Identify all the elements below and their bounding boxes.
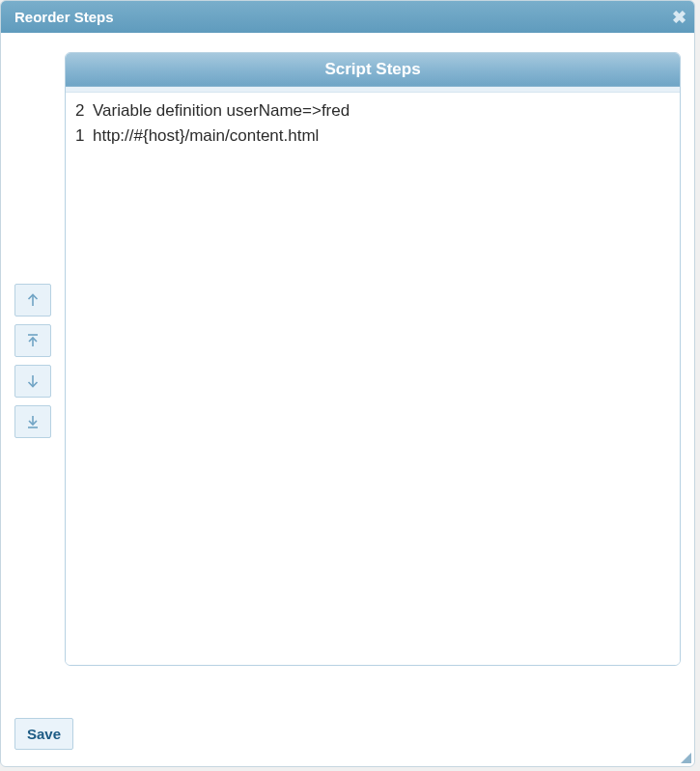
arrow-to-top-icon [26, 333, 40, 348]
dialog-title: Reorder Steps [14, 9, 114, 25]
move-to-top-button[interactable] [14, 324, 51, 357]
steps-list[interactable]: 2 Variable definition userName=>fred 1 h… [66, 93, 680, 665]
move-down-button[interactable] [14, 365, 51, 398]
reorder-steps-dialog: Reorder Steps ✖ [0, 0, 695, 767]
arrow-down-icon [26, 373, 40, 389]
step-order: 1 [75, 126, 93, 146]
close-icon[interactable]: ✖ [672, 9, 686, 26]
list-item[interactable]: 1 http://#{host}/main/content.html [66, 124, 680, 149]
move-to-bottom-button[interactable] [14, 405, 51, 438]
move-up-button[interactable] [14, 284, 51, 317]
script-steps-panel: Script Steps 2 Variable definition userN… [65, 52, 681, 666]
arrow-up-icon [26, 292, 40, 308]
arrow-to-bottom-icon [26, 414, 40, 429]
dialog-header: Reorder Steps ✖ [1, 1, 694, 33]
save-button[interactable]: Save [14, 718, 73, 750]
list-item[interactable]: 2 Variable definition userName=>fred [66, 98, 680, 124]
resize-handle-icon[interactable] [681, 753, 691, 763]
reorder-controls [14, 284, 53, 438]
step-description: Variable definition userName=>fred [93, 101, 670, 121]
panel-title: Script Steps [66, 53, 680, 87]
dialog-footer: Save [14, 699, 681, 750]
content-row: Script Steps 2 Variable definition userN… [14, 52, 681, 699]
dialog-body: Script Steps 2 Variable definition userN… [1, 33, 694, 763]
step-description: http://#{host}/main/content.html [93, 126, 670, 146]
step-order: 2 [75, 101, 93, 121]
